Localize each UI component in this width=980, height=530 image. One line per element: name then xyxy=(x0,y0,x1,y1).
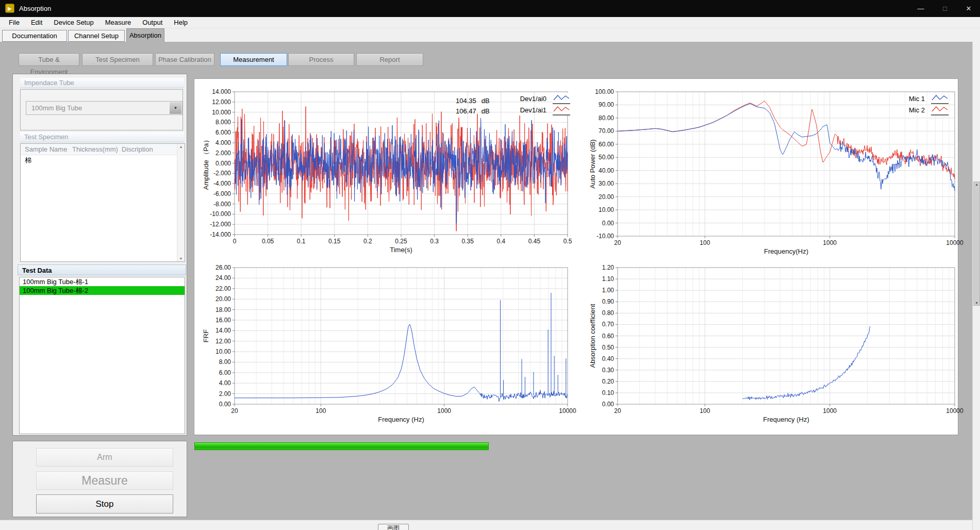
subtab-measurement[interactable]: Measurement xyxy=(220,53,287,66)
svg-text:0.10: 0.10 xyxy=(602,389,614,396)
test-data-list: 100mm Big Tube-棉-1 100mm Big Tube-棉-2 xyxy=(19,277,185,434)
menu-edit[interactable]: Edit xyxy=(25,17,48,28)
impedance-tube-selected-value: 100mm Big Tube xyxy=(31,102,82,114)
stop-button[interactable]: Stop xyxy=(36,494,173,514)
svg-text:Frequency (Hz): Frequency (Hz) xyxy=(763,416,809,423)
test-data-header: Test Data xyxy=(18,264,186,275)
svg-text:1.20: 1.20 xyxy=(602,264,614,271)
svg-text:22.00: 22.00 xyxy=(215,285,231,292)
menu-output[interactable]: Output xyxy=(137,17,168,28)
svg-text:0.35: 0.35 xyxy=(462,238,474,245)
svg-text:1000: 1000 xyxy=(823,407,837,415)
tab-channel-setup[interactable]: Channel Setup xyxy=(68,30,125,42)
scrollbar-thumb[interactable]: ▲ ▼ xyxy=(973,181,980,306)
svg-text:-14.000: -14.000 xyxy=(210,231,231,238)
legend-dev1-ai0[interactable]: Dev1/ai0 xyxy=(516,93,570,104)
column-discription[interactable]: Discription xyxy=(118,144,185,155)
svg-text:50.00: 50.00 xyxy=(599,154,614,161)
level-unit-ai0: dB xyxy=(481,97,490,105)
subtab-tube-environment[interactable]: Tube & Environment xyxy=(19,53,79,66)
svg-text:16.00: 16.00 xyxy=(215,317,231,324)
impedance-tube-dropdown[interactable]: 100mm Big Tube ▼ xyxy=(26,101,182,115)
svg-text:0.1: 0.1 xyxy=(297,238,306,245)
test-specimen-table-header: Sample Name Thickness(mm) Discription xyxy=(21,144,185,155)
svg-text:0.70: 0.70 xyxy=(602,321,614,328)
test-specimen-header: Test Specimen xyxy=(20,132,184,142)
subtab-phase-calibration[interactable]: Phase Calibration xyxy=(155,53,214,66)
window-title: Absorption xyxy=(19,0,51,17)
svg-text:Time(s): Time(s) xyxy=(390,246,412,254)
svg-text:12.00: 12.00 xyxy=(215,338,231,345)
menu-measure[interactable]: Measure xyxy=(99,17,137,28)
svg-text:0.30: 0.30 xyxy=(602,367,614,374)
legend-dev1-ai1[interactable]: Dev1/ai1 xyxy=(516,105,570,115)
dropdown-arrow-icon[interactable]: ▼ xyxy=(170,102,181,114)
menu-device-setup[interactable]: Device Setup xyxy=(48,17,99,28)
tab-absorption[interactable]: Absorption xyxy=(126,28,164,42)
svg-text:6.00: 6.00 xyxy=(219,369,231,376)
svg-text:Frequency(Hz): Frequency(Hz) xyxy=(764,247,808,255)
minimize-button[interactable]: — xyxy=(909,0,933,17)
svg-text:12.000: 12.000 xyxy=(212,98,231,106)
svg-text:0.5: 0.5 xyxy=(563,238,572,245)
column-thickness[interactable]: Thickness(mm) xyxy=(68,144,118,155)
svg-text:8.000: 8.000 xyxy=(215,119,231,126)
scroll-up-icon[interactable]: ▲ xyxy=(177,145,185,148)
maximize-button[interactable]: □ xyxy=(933,0,957,17)
svg-text:0.25: 0.25 xyxy=(395,238,407,245)
svg-text:1000: 1000 xyxy=(437,407,451,415)
svg-text:1000: 1000 xyxy=(823,239,837,246)
svg-text:20.00: 20.00 xyxy=(599,193,614,201)
svg-text:100: 100 xyxy=(315,407,326,415)
test-specimen-table: Sample Name Thickness(mm) Discription 棉 … xyxy=(20,143,185,262)
scrollbar-down-icon[interactable]: ▼ xyxy=(974,301,979,305)
arm-button[interactable]: Arm xyxy=(36,448,173,467)
svg-text:Absorption coefficient: Absorption coefficient xyxy=(589,304,596,368)
level-readout-ai1: 106.47dB xyxy=(456,107,490,115)
subtab-process[interactable]: Process xyxy=(288,53,354,66)
play-arrow-icon: ▶ xyxy=(8,5,12,12)
legend-line-icon-ai0 xyxy=(553,93,570,104)
svg-text:0.00: 0.00 xyxy=(219,401,231,408)
measure-button[interactable]: Measure xyxy=(36,471,173,490)
svg-text:70.00: 70.00 xyxy=(599,127,614,135)
scroll-down-icon[interactable]: ▼ xyxy=(177,257,185,260)
svg-text:0.50: 0.50 xyxy=(602,344,614,351)
test-data-item-1[interactable]: 100mm Big Tube-棉-1 xyxy=(20,277,185,286)
svg-text:1.00: 1.00 xyxy=(602,287,614,294)
legend-line-icon-mic2 xyxy=(931,104,949,115)
labview-app-icon: ▶ xyxy=(5,4,14,13)
svg-text:0.00: 0.00 xyxy=(602,401,614,408)
svg-text:-12.000: -12.000 xyxy=(210,221,231,228)
svg-text:FRF: FRF xyxy=(202,329,210,342)
tab-documentation[interactable]: Documentation xyxy=(2,30,67,42)
column-sample-name[interactable]: Sample Name xyxy=(21,144,68,155)
legend-mic2[interactable]: Mic 2 xyxy=(901,105,949,115)
menu-file[interactable]: File xyxy=(3,17,25,28)
svg-text:0.00: 0.00 xyxy=(602,220,614,227)
svg-text:60.00: 60.00 xyxy=(599,141,614,148)
svg-text:10.00: 10.00 xyxy=(599,206,614,213)
specimen-row[interactable]: 棉 xyxy=(21,155,185,165)
bottom-tab-draw[interactable]: 画图 xyxy=(378,524,409,530)
svg-text:8.00: 8.00 xyxy=(219,358,231,366)
legend-mic1[interactable]: Mic 1 xyxy=(901,93,949,104)
svg-text:20.00: 20.00 xyxy=(215,295,231,303)
svg-text:24.00: 24.00 xyxy=(215,274,231,281)
scrollbar-up-icon[interactable]: ▲ xyxy=(974,183,979,186)
svg-text:0.4: 0.4 xyxy=(496,238,505,245)
svg-text:10.00: 10.00 xyxy=(215,348,231,355)
subtab-test-specimen[interactable]: Test Specimen xyxy=(82,53,153,66)
legend-label-ai1: Dev1/ai1 xyxy=(520,106,546,114)
svg-text:-8.000: -8.000 xyxy=(213,201,231,208)
subtab-report[interactable]: Report xyxy=(356,53,423,66)
test-data-item-2-selected[interactable]: 100mm Big Tube-棉-2 xyxy=(20,286,185,295)
menu-help[interactable]: Help xyxy=(168,17,193,28)
close-button[interactable]: ✕ xyxy=(957,0,980,17)
table-scrollbar[interactable]: ▲ ▼ xyxy=(177,144,185,261)
vertical-scrollbar[interactable]: ▲ ▼ xyxy=(972,42,980,530)
svg-text:10000: 10000 xyxy=(559,407,576,415)
legend-line-icon-mic1 xyxy=(931,93,949,104)
svg-text:0.05: 0.05 xyxy=(262,238,274,245)
svg-text:30.00: 30.00 xyxy=(599,180,614,187)
